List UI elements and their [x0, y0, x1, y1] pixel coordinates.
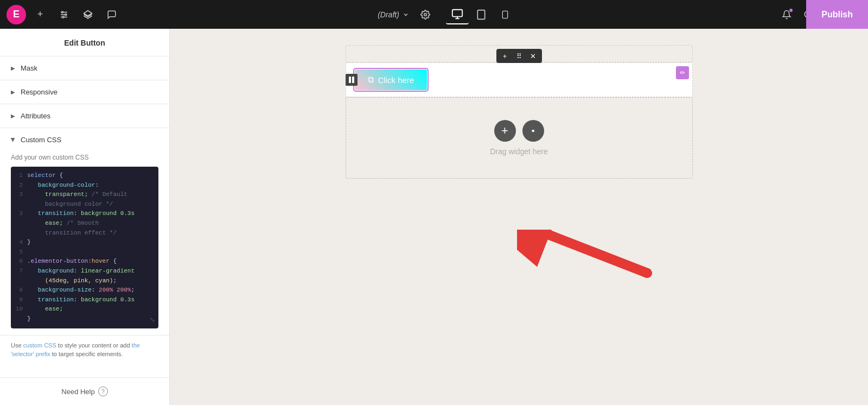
drag-widget-text: Drag widget here [490, 147, 548, 156]
accordion-attributes-arrow: ▶ [11, 113, 15, 119]
code-line-2: 2 background-color: [14, 181, 155, 191]
custom-css-section: Add your own custom CSS 1 selector { 2 b… [0, 154, 169, 335]
code-line-16: } [14, 314, 155, 324]
draft-button[interactable]: (Draft) [371, 7, 416, 22]
accordion-responsive-arrow: ▶ [11, 89, 15, 95]
code-line-9: 5 [14, 248, 155, 257]
code-line-14: 9 transition: background 0.3s [14, 295, 155, 305]
section-add-button[interactable]: + [499, 50, 512, 62]
section-delete-button[interactable]: ✕ [527, 50, 540, 62]
accordion-mask-label: Mask [21, 64, 37, 72]
css-hint: Use custom CSS to style your content or … [0, 341, 169, 359]
code-line-3: 3 transparent; /* Default [14, 190, 155, 200]
resize-handle[interactable]: ⤡ [150, 315, 155, 326]
svg-point-4 [65, 14, 67, 15]
comments-button[interactable] [102, 5, 122, 24]
code-line-1: 1 selector { [14, 171, 155, 181]
need-help-label: Need Help [61, 388, 94, 396]
svg-point-3 [62, 11, 63, 13]
layers-button[interactable] [78, 5, 98, 24]
accordion-mask-header[interactable]: ▶ Mask [0, 56, 169, 80]
button-label: Click here [378, 75, 414, 85]
red-arrow-indicator [517, 230, 658, 286]
notifications-button[interactable] [777, 5, 796, 24]
left-panel: Edit Button ▶ Mask ▶ Responsive ▶ Attrib… [0, 29, 170, 405]
section-toolbar: + ⠿ ✕ [496, 49, 542, 63]
accordion-attributes: ▶ Attributes [0, 104, 169, 128]
mobile-view-button[interactable] [494, 5, 516, 24]
add-widget-button[interactable]: + [494, 120, 516, 142]
settings-button[interactable] [416, 5, 435, 24]
help-icon: ? [98, 387, 108, 396]
accordion-custom-css-header[interactable]: ▶ Custom CSS [0, 128, 169, 151]
code-line-4: background color */ [14, 200, 155, 210]
accordion-custom-css-arrow: ▶ [10, 138, 16, 142]
folder-button[interactable]: ▪ [522, 120, 544, 142]
main-layout: Edit Button ▶ Mask ▶ Responsive ▶ Attrib… [0, 29, 868, 405]
code-line-6: ease; /* Smooth [14, 219, 155, 229]
button-widget-icon: ⧉ [368, 75, 374, 85]
svg-point-5 [62, 16, 64, 18]
custom-css-label: Add your own custom CSS [11, 154, 158, 161]
publish-button[interactable]: Publish [806, 0, 868, 29]
code-line-12: (45deg, pink, cyan); [14, 276, 155, 286]
top-navigation: E + (Draft) [0, 0, 868, 29]
elementor-logo[interactable]: E [7, 5, 26, 24]
svg-rect-11 [477, 10, 484, 19]
svg-point-7 [424, 13, 427, 16]
code-line-10: 6 .elementor-button:hover { [14, 257, 155, 267]
topnav-center: (Draft) [126, 5, 773, 24]
accordion-custom-css-label: Custom CSS [21, 136, 61, 144]
code-line-15: 10 ease; [14, 305, 155, 314]
code-line-13: 8 background-size: 200% 200%; [14, 286, 155, 295]
accordion-attributes-label: Attributes [21, 112, 50, 120]
svg-rect-21 [352, 77, 354, 83]
code-line-11: 7 background: linear-gradient [14, 267, 155, 276]
add-element-button[interactable]: + [30, 5, 50, 24]
code-line-7: transition effect */ [14, 229, 155, 238]
accordion-attributes-header[interactable]: ▶ Attributes [0, 104, 169, 128]
bottom-empty-section: + ▪ Drag widget here [346, 97, 693, 179]
edit-pencil-button[interactable]: ✏ [676, 66, 689, 79]
selected-section[interactable]: + ⠿ ✕ ✏ ⧉ Click here [346, 62, 693, 97]
code-editor[interactable]: 1 selector { 2 background-color: 3 trans… [11, 167, 158, 328]
tablet-view-button[interactable] [470, 5, 493, 24]
accordion-responsive-header[interactable]: ▶ Responsive [0, 80, 169, 104]
custom-css-link[interactable]: custom CSS [23, 342, 56, 349]
customizer-button[interactable] [54, 5, 74, 24]
svg-rect-20 [349, 77, 351, 83]
section-move-button[interactable]: ⠿ [513, 50, 526, 62]
canvas-area: + ⠿ ✕ ✏ ⧉ Click here [170, 29, 868, 405]
panel-footer: Need Help ? [0, 377, 169, 405]
svg-line-23 [550, 235, 647, 273]
svg-rect-8 [452, 9, 462, 16]
accordion-mask: ▶ Mask [0, 56, 169, 80]
accordion-mask-arrow: ▶ [11, 65, 15, 71]
need-help[interactable]: Need Help ? [11, 387, 158, 396]
view-buttons [446, 5, 516, 24]
panel-title: Edit Button [0, 29, 169, 56]
accordion-responsive: ▶ Responsive [0, 80, 169, 104]
accordion-custom-css: ▶ Custom CSS Add your own custom CSS 1 s… [0, 128, 169, 336]
bottom-section-buttons: + ▪ [494, 120, 544, 142]
click-here-button[interactable]: ⧉ Click here [355, 69, 427, 90]
code-line-5: 3 transition: background 0.3s [14, 209, 155, 219]
button-widget-container: ⧉ Click here [350, 69, 688, 90]
column-handle[interactable] [346, 74, 358, 86]
accordion-responsive-label: Responsive [21, 88, 58, 96]
desktop-view-button[interactable] [446, 5, 469, 24]
code-line-8: 4 } [14, 238, 155, 248]
